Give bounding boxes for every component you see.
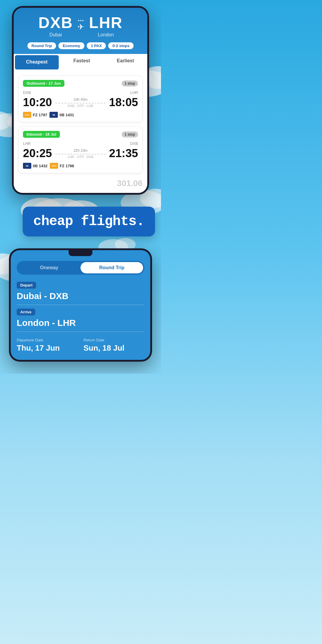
- to-city: London: [89, 32, 123, 38]
- outbound-path: DXB - OTP - LHR: [68, 104, 94, 108]
- outbound-to: LHR: [130, 90, 138, 95]
- outbound-stops: 1 stop: [122, 80, 138, 86]
- blue-logo-2: 0B: [23, 163, 31, 169]
- roundtrip-option[interactable]: Round Trip: [80, 262, 143, 273]
- filter-stops[interactable]: 0-2 stops: [108, 42, 134, 49]
- inbound-from: LHR: [23, 141, 31, 146]
- arrive-label: Arrive: [17, 309, 35, 315]
- tab-earliest[interactable]: Earliest: [103, 54, 147, 71]
- inbound-badge: Inbound - 18 Jul: [23, 131, 60, 138]
- depart-label: Depart: [17, 282, 36, 289]
- outbound-duration: 10h 45m: [74, 97, 88, 102]
- to-airport-code: LHR: [89, 14, 123, 32]
- trip-toggle[interactable]: Oneway Round Trip: [17, 261, 144, 275]
- promo-text: cheap flights.: [33, 214, 144, 229]
- filter-pax[interactable]: 1 PAX: [87, 42, 106, 49]
- dubai-logo-2: dubai: [50, 163, 58, 169]
- outbound-airline-1: dubai FZ 1797: [23, 112, 47, 118]
- outbound-segment: Outbound - 17 Jun 1 stop DXB LHR 10:20 1…: [18, 75, 143, 122]
- arrive-value: London - LHR: [17, 318, 144, 328]
- tab-fastest[interactable]: Fastest: [60, 54, 104, 71]
- tab-cheapest[interactable]: Cheapest: [15, 55, 59, 69]
- inbound-arr-time: 21:35: [109, 147, 138, 160]
- depart-field[interactable]: Depart Dubai - DXB: [17, 282, 144, 301]
- inbound-dep-time: 20:25: [23, 147, 52, 160]
- departure-date-field[interactable]: Departure Date Thu, 17 Jun: [17, 338, 78, 353]
- departure-date-label: Departure Date: [17, 338, 78, 342]
- notch: [69, 250, 92, 256]
- inbound-airline-1: 0B 0B 1432: [23, 163, 47, 169]
- promo-section: cheap flights.: [0, 195, 161, 248]
- oneway-option[interactable]: Oneway: [18, 262, 80, 273]
- outbound-badge: Outbound - 17 Jun: [23, 80, 64, 87]
- outbound-from: DXB: [23, 90, 31, 95]
- outbound-arr-time: 18:05: [109, 96, 138, 109]
- inbound-duration: 22h 10m: [74, 148, 88, 153]
- inbound-to: DXB: [130, 141, 138, 146]
- inbound-airline-2: dubai FZ 1798: [50, 163, 74, 169]
- filter-cabin[interactable]: Economy: [58, 42, 84, 49]
- inbound-stops: 1 stop: [122, 131, 138, 137]
- return-date-label: Return Date: [83, 338, 144, 342]
- promo-bubble: cheap flights.: [23, 207, 155, 236]
- outbound-airline-2: 0B 0B 1431: [49, 112, 74, 118]
- departure-date-value: Thu, 17 Jun: [17, 343, 78, 353]
- filter-trip-type[interactable]: Round Trip: [27, 42, 56, 49]
- dubai-logo-1: dubai: [23, 112, 31, 118]
- depart-value: Dubai - DXB: [17, 291, 144, 301]
- return-date-value: Sun, 18 Jul: [83, 343, 144, 353]
- inbound-segment: Inbound - 18 Jul 1 stop LHR DXB 20:25 22…: [18, 126, 143, 173]
- return-date-field[interactable]: Return Date Sun, 18 Jul: [83, 338, 144, 353]
- partial-price: 301.06: [18, 177, 143, 188]
- dates-row: Departure Date Thu, 17 Jun Return Date S…: [17, 337, 144, 354]
- from-airport-code: DXB: [38, 14, 73, 32]
- inbound-path: LHR - OTP - DXB: [68, 155, 94, 159]
- plane-icon: ✈: [78, 20, 84, 32]
- blue-logo-1: 0B: [49, 112, 58, 118]
- outbound-dep-time: 10:20: [23, 96, 52, 109]
- arrive-field[interactable]: Arrive London - LHR: [17, 309, 144, 328]
- search-form: Depart Dubai - DXB Arrive London - LHR D…: [11, 279, 150, 360]
- from-city: Dubai: [38, 32, 73, 38]
- phone-mockup-2: Oneway Round Trip Depart Dubai - DXB Arr…: [9, 248, 152, 362]
